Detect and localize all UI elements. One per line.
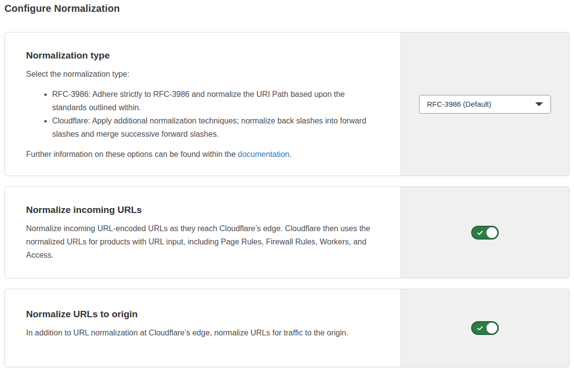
- normalization-type-footer: Further information on these options can…: [26, 148, 381, 161]
- card-heading: Normalization type: [26, 50, 381, 61]
- normalize-incoming-urls-toggle[interactable]: [471, 226, 499, 240]
- list-item: RFC-3986: Adhere strictly to RFC-3986 an…: [52, 88, 381, 114]
- card-normalize-incoming-urls-panel: [400, 187, 569, 278]
- normalization-type-intro: Select the normalization type:: [26, 67, 381, 81]
- normalization-type-options-list: RFC-3986: Adhere strictly to RFC-3986 an…: [26, 88, 381, 141]
- page-title: Configure Normalization: [4, 3, 570, 14]
- normalize-urls-to-origin-description: In addition to URL normalization at Clou…: [26, 326, 381, 339]
- check-icon: [477, 326, 483, 331]
- card-heading: Normalize incoming URLs: [26, 205, 381, 215]
- normalization-type-select[interactable]: RFC-3986 (Default): [419, 95, 551, 114]
- toggle-knob: [486, 227, 497, 238]
- card-normalize-incoming-urls: Normalize incoming URLs Normalize incomi…: [4, 186, 570, 278]
- normalization-type-select-value: RFC-3986 (Default): [427, 100, 491, 108]
- card-normalize-urls-to-origin: Normalize URLs to origin In addition to …: [4, 289, 570, 367]
- toggle-knob: [486, 323, 497, 333]
- footer-text: Further information on these options can…: [26, 150, 238, 158]
- configure-normalization-page: Configure Normalization Normalization ty…: [0, 0, 574, 392]
- card-normalization-type: Normalization type Select the normalizat…: [4, 32, 570, 176]
- card-normalize-urls-to-origin-content: Normalize URLs to origin In addition to …: [5, 289, 400, 367]
- card-normalization-type-content: Normalization type Select the normalizat…: [5, 32, 400, 176]
- card-normalization-type-panel: RFC-3986 (Default): [400, 32, 569, 176]
- check-icon: [477, 231, 483, 235]
- card-heading: Normalize URLs to origin: [26, 309, 381, 320]
- caret-down-icon: [535, 102, 543, 106]
- card-normalize-urls-to-origin-panel: [400, 289, 569, 367]
- normalize-incoming-urls-description: Normalize incoming URL-encoded URLs as t…: [26, 222, 381, 262]
- list-item: Cloudflare: Apply additional normalizati…: [52, 114, 381, 141]
- footer-text-suffix: .: [289, 150, 291, 158]
- documentation-link[interactable]: documentation: [238, 150, 289, 158]
- settings-cards: Normalization type Select the normalizat…: [4, 32, 570, 367]
- normalize-urls-to-origin-toggle[interactable]: [471, 321, 499, 335]
- card-normalize-incoming-urls-content: Normalize incoming URLs Normalize incomi…: [5, 187, 400, 278]
